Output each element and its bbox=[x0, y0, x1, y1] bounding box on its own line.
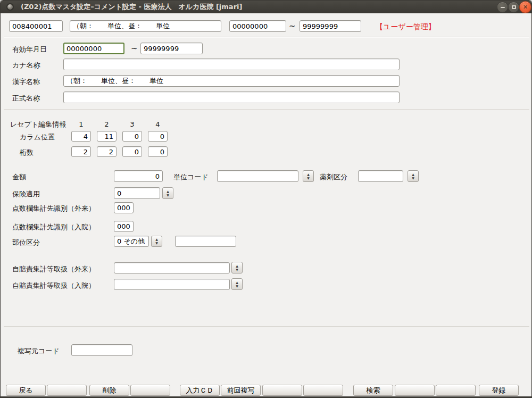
insurance-spinner[interactable]: ▲▼ bbox=[162, 187, 173, 199]
spinner-down-icon: ▼ bbox=[155, 242, 158, 245]
amount-label: 金額 bbox=[12, 173, 26, 181]
kanji-name-input[interactable] bbox=[63, 75, 400, 87]
spinner-up-icon: ▲ bbox=[307, 173, 310, 176]
maximize-button[interactable] bbox=[509, 2, 519, 12]
separator bbox=[4, 326, 529, 327]
digits-label: 桁数 bbox=[20, 148, 34, 156]
digits-input-2[interactable] bbox=[97, 146, 117, 157]
range-end-input[interactable] bbox=[300, 20, 361, 32]
delete-button[interactable]: 削除 bbox=[89, 385, 129, 396]
name-input[interactable] bbox=[70, 20, 221, 32]
register-button[interactable]: 登録 bbox=[479, 385, 519, 396]
minimize-icon bbox=[501, 7, 505, 8]
spinner-down-icon: ▼ bbox=[236, 268, 238, 271]
column-position-input-4[interactable] bbox=[148, 131, 168, 142]
receipt-col-header-2: 2 bbox=[97, 120, 117, 128]
drug-class-spinner[interactable]: ▲▼ bbox=[408, 170, 419, 182]
receipt-col-header-1: 1 bbox=[71, 120, 91, 128]
drug-class-label: 薬剤区分 bbox=[320, 173, 347, 181]
function-button-2[interactable] bbox=[47, 385, 87, 396]
receipt-section-label: レセプト編集情報 bbox=[10, 120, 66, 128]
close-button[interactable]: ✕ bbox=[520, 2, 531, 13]
column-position-input-3[interactable] bbox=[122, 131, 142, 142]
body-part-spinner[interactable]: ▲▼ bbox=[151, 236, 162, 247]
column-position-input-1[interactable] bbox=[71, 131, 91, 142]
title-bar: (Z02)点数マスタ設定–コメント設定 - 医療法人 オルカ医院 [jmari]… bbox=[1, 1, 531, 13]
spinner-down-icon: ▼ bbox=[307, 177, 310, 180]
input-cd-button[interactable]: 入力ＣＤ bbox=[180, 385, 220, 396]
search-button[interactable]: 検索 bbox=[353, 385, 393, 396]
kana-name-label: カナ名称 bbox=[12, 61, 40, 69]
previous-copy-button[interactable]: 前回複写 bbox=[221, 385, 261, 396]
receipt-col-header-3: 3 bbox=[122, 120, 142, 128]
separator bbox=[4, 37, 529, 38]
unit-code-label: 単位コード bbox=[173, 173, 209, 181]
jibaiseki-outpatient-label: 自賠責集計等取扱（外来） bbox=[12, 265, 95, 273]
jibaiseki-inpatient-label: 自賠責集計等取扱（入院） bbox=[12, 281, 95, 289]
digits-input-4[interactable] bbox=[148, 146, 168, 157]
code-input[interactable] bbox=[9, 20, 63, 32]
unit-code-spinner[interactable]: ▲▼ bbox=[303, 170, 314, 182]
range-start-input[interactable] bbox=[229, 20, 286, 32]
app-window: (Z02)点数マスタ設定–コメント設定 - 医療法人 オルカ医院 [jmari]… bbox=[0, 0, 532, 398]
spinner-down-icon: ▼ bbox=[236, 285, 238, 288]
maximize-icon bbox=[512, 5, 516, 9]
valid-from-input[interactable] bbox=[63, 43, 124, 54]
app-icon bbox=[7, 4, 13, 10]
spinner-down-icon: ▼ bbox=[412, 177, 414, 180]
body-part-extra-input[interactable] bbox=[175, 236, 236, 247]
insurance-input[interactable] bbox=[114, 187, 160, 199]
back-button[interactable]: 戻る bbox=[6, 385, 46, 396]
drug-class-input[interactable] bbox=[358, 170, 403, 182]
tally-outpatient-label: 点数欄集計先識別（外来） bbox=[12, 204, 95, 212]
copy-source-label: 複写元コード bbox=[18, 347, 60, 355]
jibaiseki-outpatient-spinner[interactable]: ▲▼ bbox=[231, 262, 243, 273]
copy-source-input[interactable] bbox=[71, 344, 132, 356]
function-button-10[interactable] bbox=[395, 385, 435, 396]
body-part-combo[interactable] bbox=[114, 236, 149, 247]
receipt-col-header-4: 4 bbox=[148, 120, 168, 128]
official-name-input[interactable] bbox=[63, 92, 400, 103]
separator bbox=[4, 109, 529, 110]
jibaiseki-inpatient-input[interactable] bbox=[114, 279, 230, 290]
spinner-down-icon: ▼ bbox=[167, 194, 169, 197]
window-title: (Z02)点数マスタ設定–コメント設定 - 医療法人 オルカ医院 [jmari] bbox=[21, 1, 242, 13]
user-management-label: 【ユーザー管理】 bbox=[376, 22, 436, 32]
column-position-input-2[interactable] bbox=[97, 131, 117, 142]
spinner-up-icon: ▲ bbox=[167, 190, 169, 193]
valid-date-label: 有効年月日 bbox=[12, 45, 47, 53]
tally-inpatient-label: 点数欄集計先識別（入院） bbox=[12, 223, 95, 231]
tally-inpatient-input[interactable] bbox=[114, 221, 134, 232]
jibaiseki-inpatient-spinner[interactable]: ▲▼ bbox=[231, 278, 243, 290]
valid-to-input[interactable] bbox=[140, 43, 203, 54]
close-icon: ✕ bbox=[523, 4, 528, 11]
spinner-up-icon: ▲ bbox=[412, 173, 414, 176]
minimize-button[interactable] bbox=[497, 2, 508, 12]
digits-input-1[interactable] bbox=[71, 146, 91, 157]
tally-outpatient-input[interactable] bbox=[114, 202, 134, 213]
range-tilde: ~ bbox=[289, 21, 296, 31]
spinner-up-icon: ▲ bbox=[236, 264, 238, 268]
amount-input[interactable] bbox=[114, 170, 163, 182]
function-button-8[interactable] bbox=[303, 385, 343, 396]
official-name-label: 正式名称 bbox=[12, 94, 40, 102]
jibaiseki-outpatient-input[interactable] bbox=[114, 262, 230, 273]
kanji-name-label: 漢字名称 bbox=[12, 78, 40, 86]
spinner-up-icon: ▲ bbox=[236, 281, 238, 284]
column-position-label: カラム位置 bbox=[20, 133, 55, 141]
kana-name-input[interactable] bbox=[63, 59, 400, 70]
function-button-11[interactable] bbox=[436, 385, 476, 396]
body-part-label: 部位区分 bbox=[12, 238, 40, 246]
valid-tilde: ~ bbox=[131, 44, 138, 53]
function-button-4[interactable] bbox=[130, 385, 170, 396]
function-button-7[interactable] bbox=[262, 385, 302, 396]
digits-input-3[interactable] bbox=[122, 146, 142, 157]
unit-code-input[interactable] bbox=[217, 170, 298, 182]
insurance-label: 保険適用 bbox=[12, 190, 40, 198]
